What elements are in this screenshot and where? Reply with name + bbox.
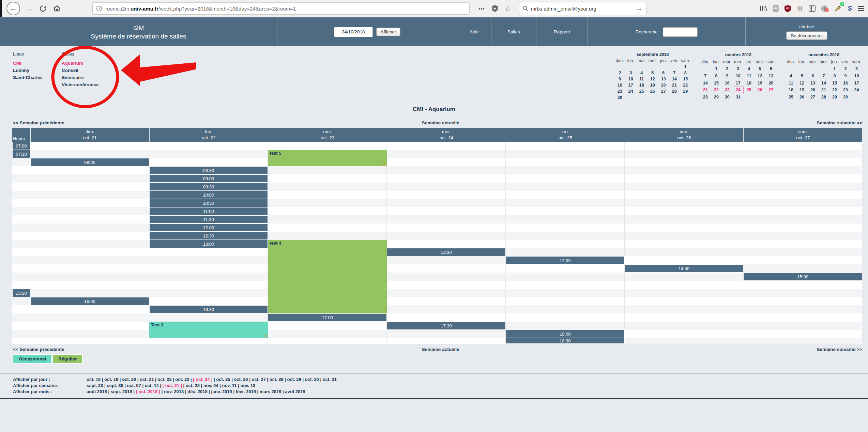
calendar-day[interactable]: 13 bbox=[658, 76, 669, 82]
current-week-link[interactable]: Semaine actuelle bbox=[422, 120, 459, 125]
room-link[interactable]: Conseil bbox=[62, 67, 99, 74]
slot-cell[interactable] bbox=[149, 142, 268, 150]
slot-cell[interactable] bbox=[268, 142, 387, 150]
slot-cell[interactable] bbox=[387, 281, 506, 289]
slot-cell[interactable] bbox=[625, 313, 744, 322]
calendar-day[interactable]: 4 bbox=[636, 70, 647, 76]
calendar-day[interactable]: 2 bbox=[614, 70, 625, 76]
calendar-day[interactable]: 10 bbox=[733, 73, 744, 80]
slot-cell[interactable] bbox=[506, 305, 625, 313]
date-link[interactable]: sept. 30 bbox=[107, 383, 123, 388]
gear-icon[interactable]: ⚙ bbox=[797, 4, 803, 13]
slot-cell[interactable] bbox=[30, 142, 149, 150]
slot-cell[interactable] bbox=[743, 215, 862, 223]
slot-cell[interactable] bbox=[743, 174, 862, 183]
slot-cell[interactable] bbox=[387, 232, 506, 240]
calendar-day[interactable]: 27 bbox=[807, 93, 818, 101]
slot-cell[interactable] bbox=[12, 338, 30, 344]
calendar-day[interactable]: 9 bbox=[722, 73, 733, 80]
slot-cell[interactable] bbox=[743, 240, 862, 248]
date-link[interactable]: oct. 30 bbox=[305, 377, 319, 382]
slot-cell[interactable] bbox=[743, 256, 862, 264]
slot-cell[interactable] bbox=[625, 256, 744, 264]
slot-cell[interactable] bbox=[12, 207, 30, 215]
slot-cell[interactable] bbox=[743, 322, 862, 330]
slot-cell[interactable] bbox=[149, 248, 268, 256]
menu-hamburger-icon[interactable] bbox=[858, 6, 865, 11]
slot-cell[interactable] bbox=[506, 142, 625, 150]
calendar-day[interactable]: 3 bbox=[851, 65, 862, 73]
date-link[interactable]: nov. 11 bbox=[222, 383, 237, 388]
slot-cell[interactable] bbox=[387, 191, 506, 199]
calendar-day[interactable]: 7 bbox=[700, 73, 711, 80]
slot-cell[interactable] bbox=[506, 240, 625, 248]
slot-cell[interactable] bbox=[30, 232, 149, 240]
slot-cell[interactable] bbox=[12, 313, 30, 322]
room-link[interactable]: Visio-conférence bbox=[62, 81, 99, 88]
url-bar[interactable]: rooms.i2m.univ-amu.fr/week.php?year=2018… bbox=[92, 2, 470, 15]
slot-cell[interactable] bbox=[625, 207, 744, 215]
reload-button[interactable] bbox=[39, 5, 47, 12]
logout-button[interactable]: Se déconnecter bbox=[786, 31, 827, 40]
date-link[interactable]: [ oct. 21 ] bbox=[163, 383, 182, 388]
slot-cell[interactable] bbox=[30, 191, 149, 199]
prev-week-link[interactable]: << Semaine précédente bbox=[13, 347, 64, 352]
slot-cell[interactable] bbox=[625, 191, 744, 199]
pocket-shield-icon[interactable] bbox=[492, 5, 498, 12]
calendar-day[interactable]: 26 bbox=[755, 87, 765, 94]
slot-cell[interactable] bbox=[387, 264, 506, 273]
slot-cell[interactable] bbox=[625, 215, 744, 223]
slot-cell[interactable] bbox=[12, 174, 30, 183]
slot-cell[interactable] bbox=[268, 174, 387, 183]
calendar-day[interactable]: 19 bbox=[796, 87, 807, 94]
slot-cell[interactable] bbox=[149, 256, 268, 264]
date-link[interactable]: janv. 2019 bbox=[211, 389, 232, 394]
slot-cell[interactable] bbox=[625, 166, 744, 174]
site-info-icon[interactable] bbox=[96, 5, 102, 12]
date-link[interactable]: oct. 18 bbox=[87, 377, 101, 382]
calendar-day[interactable]: 16 bbox=[840, 79, 851, 87]
slot-cell[interactable] bbox=[12, 256, 30, 264]
slot-cell[interactable] bbox=[387, 313, 506, 322]
slot-cell[interactable] bbox=[12, 264, 30, 273]
slot-cell[interactable] bbox=[268, 207, 387, 215]
calendar-day[interactable]: 28 bbox=[669, 88, 680, 94]
slot-cell[interactable] bbox=[625, 150, 744, 158]
slot-cell[interactable] bbox=[625, 174, 744, 183]
slot-cell[interactable] bbox=[743, 289, 862, 297]
slot-cell[interactable] bbox=[268, 215, 387, 223]
slot-cell[interactable] bbox=[506, 322, 625, 330]
forward-button[interactable]: → bbox=[26, 4, 33, 13]
calendar-day[interactable]: 31 bbox=[733, 93, 744, 101]
calendar-day[interactable]: 4 bbox=[744, 65, 755, 73]
next-week-link[interactable]: Semaine suivante >> bbox=[817, 120, 862, 125]
slot-cell[interactable] bbox=[743, 158, 862, 166]
calendar-day[interactable]: 28 bbox=[818, 93, 829, 101]
date-link[interactable]: nov. 18 bbox=[240, 383, 255, 388]
slot-cell[interactable] bbox=[743, 248, 862, 256]
calendar-day[interactable]: 23 bbox=[840, 87, 851, 94]
slot-cell[interactable] bbox=[506, 174, 625, 183]
slot-cell[interactable] bbox=[387, 199, 506, 207]
slot-cell[interactable] bbox=[30, 338, 149, 344]
calendar-day[interactable]: 30 bbox=[722, 93, 733, 101]
slot-cell[interactable] bbox=[625, 330, 744, 338]
calendar-day[interactable]: 15 bbox=[829, 79, 840, 87]
slot-cell[interactable] bbox=[149, 338, 268, 344]
slot-cell[interactable] bbox=[743, 207, 862, 215]
slot-cell[interactable] bbox=[30, 248, 149, 256]
calendar-day[interactable]: 5 bbox=[755, 65, 765, 73]
slot-cell[interactable] bbox=[387, 166, 506, 174]
slot-cell[interactable] bbox=[30, 199, 149, 207]
slot-cell[interactable] bbox=[625, 273, 744, 281]
calendar-day[interactable]: 18 bbox=[786, 87, 796, 94]
slot-cell[interactable] bbox=[30, 330, 149, 338]
slot-cell[interactable] bbox=[387, 297, 506, 305]
slot-cell[interactable] bbox=[743, 166, 862, 174]
slot-cell[interactable] bbox=[12, 183, 30, 191]
calendar-day[interactable]: 30 bbox=[614, 94, 625, 101]
calendar-day[interactable]: 26 bbox=[647, 88, 658, 94]
calendar-day[interactable]: 23 bbox=[722, 87, 733, 94]
slot-cell[interactable] bbox=[625, 305, 744, 313]
calendar-day[interactable]: 19 bbox=[647, 82, 658, 88]
